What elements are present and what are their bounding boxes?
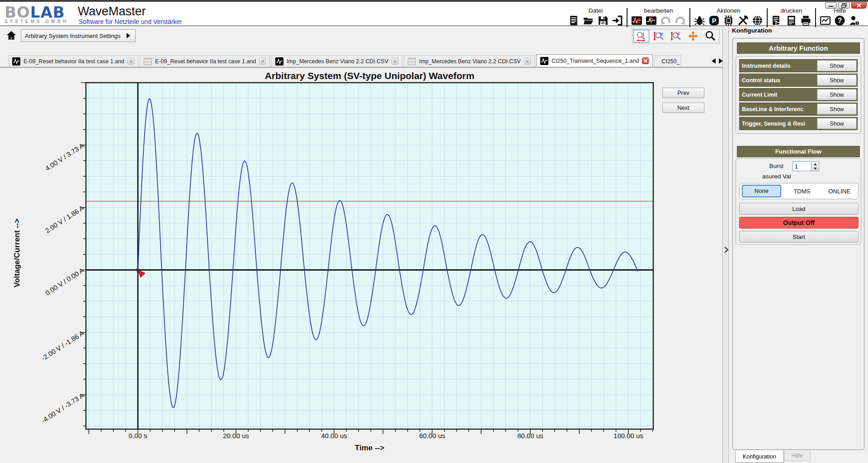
toolbar-group-hilfe: Hilfe ? ?	[816, 7, 863, 26]
group-label: Aktionen	[717, 7, 741, 14]
setting-row: Control status Show	[739, 74, 858, 87]
mode-online[interactable]: ONLINE	[821, 188, 858, 195]
support-user-icon[interactable]: ?	[849, 15, 860, 26]
panel-splitter[interactable]	[722, 27, 729, 463]
prev-button[interactable]: Prev	[662, 88, 704, 98]
logo-bo: BO	[5, 3, 30, 21]
show-current-limit-button[interactable]: Show	[817, 89, 857, 100]
section-header: Arbitrary Function	[737, 42, 860, 54]
open-folder-icon[interactable]	[583, 15, 594, 26]
setting-row: Trigger, Sensing & Resi Show	[739, 117, 858, 130]
group-label: drucken	[780, 7, 802, 14]
setting-label: BaseLine & Interferenc	[740, 106, 817, 112]
report-icon[interactable]	[786, 15, 797, 26]
printer-icon[interactable]	[800, 15, 811, 26]
x-tick-label: 60.00 us	[412, 432, 453, 440]
home-icon[interactable]	[5, 30, 17, 42]
tab-document[interactable]: Imp_Mercedes Benz Viano 2.2 CDI.CSV	[404, 55, 535, 67]
globe-icon[interactable]	[752, 15, 763, 26]
waveform-plot[interactable]	[71, 79, 659, 440]
toolbar-group-aktionen: Aktionen P	[690, 7, 767, 26]
x-tick-label: 80.00 us	[510, 432, 551, 440]
waveform-edit-icon[interactable]	[646, 15, 657, 26]
navigation-bar: Arbitrary System Instrument Settings t v…	[0, 27, 722, 48]
functional-flow-box: Burst asured Val None TDMS ONLINE Load O…	[736, 158, 861, 245]
group-label: bearbeiten	[644, 7, 673, 14]
application-window: BOLAB SYSTEMS GMBH WaveMaster Software f…	[0, 0, 868, 463]
waveform-delete-icon[interactable]	[631, 15, 642, 26]
zoom-voltage-button[interactable]: v	[651, 30, 666, 42]
breadcrumb[interactable]: Arbitrary System Instrument Settings	[21, 29, 136, 42]
burst-increment-button[interactable]	[811, 162, 819, 166]
tab-document-active[interactable]: CI250_Transient_Sequence_1.and	[536, 54, 653, 68]
x-tick-label: 20.00 us	[216, 432, 256, 440]
app-title: WaveMaster	[78, 5, 146, 19]
bottom-tab-hilfe[interactable]: Hilfe	[784, 451, 811, 461]
import-icon[interactable]	[612, 15, 623, 26]
toolbar: Datei bearbeiten	[565, 7, 863, 29]
bug-icon[interactable]	[694, 15, 705, 26]
header-bar: BOLAB SYSTEMS GMBH WaveMaster Software f…	[0, 2, 868, 26]
expand-panel-icon[interactable]	[723, 246, 729, 253]
mode-none[interactable]: None	[742, 185, 781, 197]
document-tabstrip: E-09_Reset behavior IIa test case 1.and …	[0, 48, 722, 68]
redo-icon[interactable]	[675, 15, 686, 26]
setting-row: BaseLine & Interferenc Show	[739, 103, 858, 116]
load-button[interactable]: Load	[739, 203, 859, 215]
tab-document-clipped[interactable]: CI250_	[654, 55, 681, 67]
output-off-button[interactable]: Output Off	[739, 217, 859, 229]
x-tick-label: 0.00 s	[118, 432, 158, 440]
tab-scroll-left-icon[interactable]	[711, 58, 716, 64]
tab-close-button[interactable]	[392, 58, 398, 65]
setting-label: Instrument details	[740, 63, 817, 69]
bottom-tab-konfiguration[interactable]: Konfiguration	[735, 451, 784, 463]
panel-bottom-tabs: Konfiguration Hilfe	[735, 451, 811, 463]
svg-text:v: v	[660, 31, 663, 36]
next-button[interactable]: Next	[662, 103, 704, 113]
close-icon	[644, 59, 647, 63]
export-page-icon[interactable]	[771, 15, 783, 26]
tab-scroll-right-icon[interactable]	[718, 58, 724, 64]
save-icon[interactable]	[597, 15, 609, 26]
tab-document[interactable]: E-09_Reset behavior IIa test case 1.and	[8, 55, 138, 67]
mode-tdms[interactable]: TDMS	[783, 188, 821, 195]
tab-document[interactable]: E-09_Reset behavior IIa test case 1.and	[140, 55, 270, 67]
start-button[interactable]: Start	[739, 231, 859, 243]
y-axis-title: Voltage/Current -->	[13, 185, 22, 321]
spin-down-icon	[814, 168, 817, 170]
tab-close-button[interactable]	[127, 58, 134, 65]
mode-selector: None TDMS ONLINE	[739, 183, 859, 199]
tab-label: Imp_Mercedes Benz Viano 2.2 CDI.CSV	[419, 58, 521, 65]
burst-decrement-button[interactable]	[811, 166, 819, 171]
setting-label: Current Limit	[740, 92, 817, 98]
close-icon	[261, 60, 264, 63]
new-document-icon[interactable]	[568, 15, 580, 26]
svg-text:c: c	[677, 31, 680, 36]
zoom-time-button[interactable]: t	[633, 30, 649, 42]
undo-icon[interactable]	[660, 15, 671, 26]
chart-window-icon[interactable]	[820, 15, 831, 26]
key-icon[interactable]: P	[708, 15, 720, 26]
svg-text:P: P	[712, 17, 717, 24]
question-icon[interactable]: ?	[834, 15, 845, 26]
tab-close-button[interactable]	[524, 58, 531, 65]
burst-input[interactable]	[793, 161, 811, 171]
pan-button[interactable]	[685, 30, 701, 42]
tab-close-button[interactable]	[642, 57, 649, 64]
magnifier-button[interactable]	[703, 30, 718, 42]
svg-text:t: t	[643, 32, 644, 37]
tab-close-button[interactable]	[259, 58, 266, 65]
show-baseline-interference-button[interactable]: Show	[817, 103, 857, 115]
app-subtitle: Software für Netzteile und Verstärker	[79, 18, 182, 25]
show-instrument-details-button[interactable]: Show	[817, 60, 857, 71]
zoom-current-button[interactable]: c	[668, 30, 684, 42]
close-icon	[393, 60, 397, 63]
show-trigger-sensing-button[interactable]: Show	[817, 118, 857, 129]
tab-document[interactable]: Imp_Mercedes Benz Viano 2.2 CDI.CSV	[271, 55, 402, 67]
chip-icon[interactable]	[723, 15, 734, 26]
burst-spinner	[793, 161, 820, 171]
tools-icon[interactable]	[737, 15, 749, 26]
show-control-status-button[interactable]: Show	[817, 75, 857, 86]
toolbar-group-drucken: drucken	[768, 7, 815, 26]
logo-lab: LAB	[30, 3, 65, 21]
